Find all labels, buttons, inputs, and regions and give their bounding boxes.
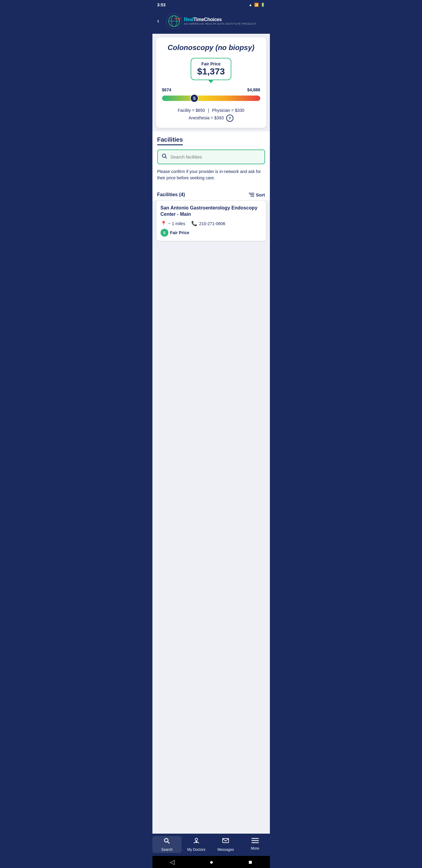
logo-icon [166, 13, 183, 30]
android-recents[interactable]: ■ [249, 859, 252, 866]
breakdown-line-2: Anesthesia = $393 ? [161, 114, 261, 122]
price-range: $674 $4,888 S [161, 87, 261, 102]
android-nav: ◁ ● ■ [153, 856, 270, 868]
wifi-icon: ▲ [249, 3, 252, 7]
nav-doctors-icon [193, 837, 200, 846]
sort-icon [249, 193, 254, 197]
price-breakdown: Facility = $650 | Physician = $330 Anest… [161, 107, 261, 122]
nav-messages-label: Messages [218, 847, 234, 852]
bottom-nav: Search My Doctors Messages [153, 834, 270, 856]
price-bar: S [162, 94, 260, 102]
svg-line-6 [165, 157, 167, 158]
phone-icon: 📞 [191, 221, 197, 226]
facility-name: San Antonio Gastroenterology Endoscopy C… [161, 205, 262, 218]
price-min: $674 [162, 87, 171, 92]
facilities-count-row: Facilities (4) Sort [157, 188, 265, 200]
price-max: $4,888 [247, 87, 260, 92]
search-bar[interactable] [157, 150, 265, 164]
nav-messages[interactable]: Messages [211, 836, 241, 853]
nav-search-icon [163, 837, 170, 846]
nav-more-label: More [251, 846, 259, 850]
nav-more-icon [252, 837, 259, 845]
price-card: Colonoscopy (no biopsy) Fair Price $1,37… [156, 37, 266, 128]
badge-circle: S [161, 229, 168, 237]
app-header: ‹ RealTimeChoices AN AMERICAN HEALTH DAT… [153, 10, 270, 34]
facilities-section: Facilities Please confirm if your provid… [153, 131, 270, 200]
facilities-title: Facilities [157, 136, 183, 145]
nav-search-label: Search [161, 847, 172, 852]
procedure-title: Colonoscopy (no biopsy) [161, 43, 261, 52]
facility-card[interactable]: San Antonio Gastroenterology Endoscopy C… [156, 200, 266, 241]
facility-distance: 📍 ~ 1 miles [161, 221, 185, 226]
fair-price-value: $1,373 [197, 66, 225, 76]
confirm-text: Please confirm if your provider is in-ne… [157, 168, 265, 184]
status-time: 3:53 [157, 2, 166, 7]
nav-doctors-label: My Doctors [187, 847, 205, 852]
search-input[interactable] [170, 154, 261, 159]
price-range-labels: $674 $4,888 [162, 87, 260, 92]
android-home[interactable]: ● [209, 859, 213, 866]
location-icon: 📍 [161, 221, 167, 226]
nav-my-doctors[interactable]: My Doctors [182, 836, 211, 853]
facilities-count: Facilities (4) [157, 192, 185, 197]
status-bar: 3:53 ▲ 📶 🔋 [153, 0, 270, 10]
gradient-bar [162, 96, 260, 101]
back-button[interactable]: ‹ [157, 17, 159, 25]
svg-point-12 [195, 838, 198, 841]
status-icons: ▲ 📶 🔋 [249, 3, 265, 7]
fair-price-bubble: Fair Price $1,373 [191, 58, 232, 80]
android-back[interactable]: ◁ [170, 858, 174, 866]
facility-badge: S Fair Price [161, 229, 262, 237]
facility-phone[interactable]: 📞 210-271-0606 [191, 221, 225, 226]
facility-details: 📍 ~ 1 miles 📞 210-271-0606 [161, 221, 262, 226]
main-content: Colonoscopy (no biopsy) Fair Price $1,37… [153, 34, 270, 834]
battery-icon: 🔋 [261, 3, 265, 7]
badge-label: Fair Price [170, 230, 190, 235]
help-icon[interactable]: ? [226, 115, 233, 122]
fair-price-label: Fair Price [197, 61, 225, 66]
nav-messages-icon [222, 837, 229, 846]
search-icon [161, 153, 167, 161]
nav-more[interactable]: More [240, 836, 270, 853]
sort-button[interactable]: Sort [249, 192, 265, 197]
svg-line-11 [168, 842, 170, 844]
signal-icon: 📶 [254, 3, 259, 7]
nav-search[interactable]: Search [153, 836, 182, 853]
logo: RealTimeChoices AN AMERICAN HEALTH DATA … [166, 13, 256, 30]
breakdown-line-1: Facility = $650 | Physician = $330 [161, 107, 261, 114]
price-marker: S [190, 94, 198, 102]
